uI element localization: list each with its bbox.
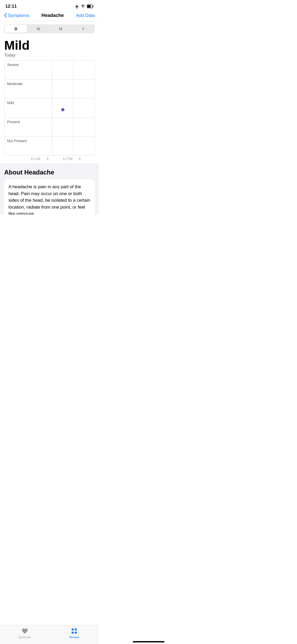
chart-row-not-present: Not Present <box>4 137 95 156</box>
data-point <box>61 108 64 111</box>
segment-year[interactable]: Y <box>72 25 94 33</box>
status-icons <box>75 4 94 9</box>
time-axis: 12 AM 6 12 PM 6 <box>4 156 95 161</box>
severity-value: Mild <box>4 39 95 52</box>
chart-label-moderate: Moderate <box>4 80 31 98</box>
chart-label-mild: Mild <box>4 99 31 117</box>
back-label: Symptoms <box>8 13 29 18</box>
svg-rect-2 <box>93 6 94 7</box>
svg-rect-1 <box>87 5 91 8</box>
about-title: About Headache <box>4 169 95 176</box>
add-data-button[interactable]: Add Data <box>76 13 95 18</box>
chart-area-mild <box>31 99 95 117</box>
nav-bar: Symptoms Headache Add Data <box>0 11 99 21</box>
status-bar: 12:11 <box>0 0 99 11</box>
time-label-6am: 6 <box>47 157 63 161</box>
chart-row-present: Present <box>4 118 95 137</box>
status-time: 12:11 <box>5 4 17 9</box>
about-section: About Headache A headache is pain in any… <box>0 163 99 215</box>
segment-week[interactable]: W <box>27 25 50 33</box>
segment-month[interactable]: M <box>50 25 72 33</box>
chevron-left-icon <box>4 13 7 18</box>
chart-label-not-present: Not Present <box>4 137 31 155</box>
time-label-12pm: 12 PM <box>63 157 79 161</box>
chart-row-mild: Mild <box>4 99 95 118</box>
date-label: Today <box>4 53 95 58</box>
main-content: Mild Today Severe Moderate Mild <box>0 36 99 161</box>
wifi-icon <box>81 4 85 9</box>
segment-control: D W M Y <box>4 24 95 33</box>
chart-area-not-present <box>31 137 95 155</box>
about-card: A headache is pain in any part of the he… <box>4 179 95 215</box>
chart-row-moderate: Moderate <box>4 80 95 99</box>
chart-area-severe <box>31 61 95 79</box>
chart-area-moderate <box>31 80 95 98</box>
chart-label-present: Present <box>4 118 31 136</box>
chart-row-severe: Severe <box>4 61 95 80</box>
about-description: A headache is pain in any part of the he… <box>8 183 91 215</box>
page-title: Headache <box>41 13 64 18</box>
airplane-icon <box>75 4 79 9</box>
battery-icon <box>87 4 94 8</box>
back-button[interactable]: Symptoms <box>4 13 29 18</box>
chart: Severe Moderate Mild Present <box>4 60 95 156</box>
chart-label-severe: Severe <box>4 61 31 79</box>
segment-day[interactable]: D <box>5 25 27 33</box>
chart-area-present <box>31 118 95 136</box>
time-label-6pm: 6 <box>79 157 95 161</box>
time-label-12am: 12 AM <box>31 157 47 161</box>
